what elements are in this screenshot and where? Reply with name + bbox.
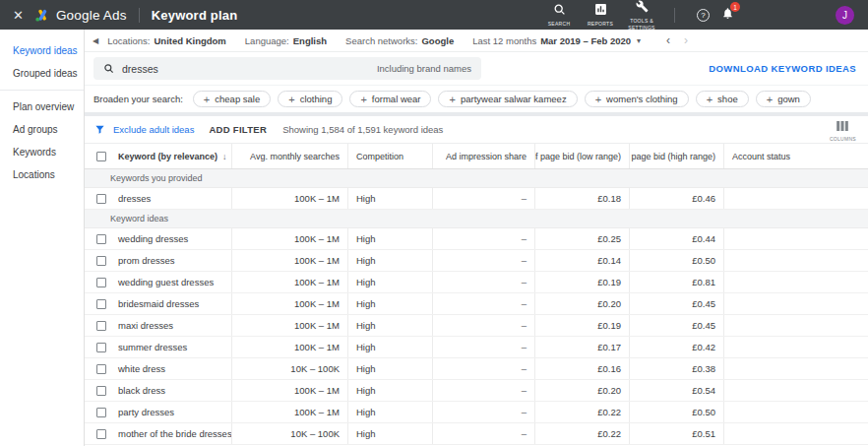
bid-low-cell: £0.19 [535, 272, 630, 292]
competition-cell: High [348, 272, 433, 292]
close-icon[interactable]: ✕ [13, 8, 24, 23]
bid-high-cell: £0.54 [630, 380, 724, 401]
bid-low-cell: £0.20 [535, 380, 630, 401]
row-checkbox[interactable] [96, 256, 106, 266]
broaden-chip-label: partywear salwar kameez [461, 94, 567, 104]
searches-cell: 100K – 1M [232, 272, 348, 292]
broaden-chip-label: cheap sale [215, 94, 260, 104]
columns-button[interactable]: COLUMNS [830, 117, 858, 142]
sidebar-item-keywords[interactable]: Keywords [0, 141, 84, 163]
broaden-chip[interactable]: +women's clothing [585, 91, 689, 107]
column-header-searches[interactable]: Avg. monthly searches [232, 144, 348, 168]
broaden-chip-label: formal wear [372, 94, 421, 104]
column-header-keyword[interactable]: Keyword (by relevance) ↓ [110, 144, 232, 168]
competition-cell: High [348, 337, 433, 357]
broaden-chip[interactable]: +cheap sale [193, 91, 271, 107]
topbar-divider [139, 8, 140, 23]
help-icon[interactable]: ? [697, 9, 710, 22]
search-networks-filter[interactable]: Search networks: Google [345, 35, 454, 46]
column-header-account-status[interactable]: Account status [724, 144, 868, 168]
bid-high-cell: £0.81 [630, 272, 724, 292]
locations-filter[interactable]: Locations: United Kingdom [107, 35, 226, 46]
search-icon [103, 60, 114, 78]
sidebar-item-plan-overview[interactable]: Plan overview [0, 96, 84, 118]
table-row: party dresses 100K – 1M High – £0.22 £0.… [85, 402, 868, 423]
ad-impression-share-cell: – [433, 315, 535, 336]
broaden-chip[interactable]: +shoe [696, 91, 749, 107]
table-row: wedding guest dresses 100K – 1M High – £… [85, 272, 868, 293]
reports-button[interactable]: REPORTS [580, 2, 621, 27]
searches-cell: 100K – 1M [232, 315, 348, 336]
broaden-chip[interactable]: +clothing [278, 91, 342, 107]
prev-period-icon[interactable]: ‹ [666, 33, 670, 47]
account-status-cell [724, 358, 868, 379]
keyword-search-box[interactable]: Including brand names [93, 57, 481, 80]
notifications-bell-icon[interactable]: 1 [721, 6, 734, 24]
sidebar-item-locations[interactable]: Locations [0, 163, 84, 186]
page-title: Keyword plan [152, 8, 238, 23]
ad-impression-share-cell: – [433, 423, 535, 444]
ad-impression-share-cell: – [433, 358, 535, 379]
keyword-cell: bridesmaid dresses [110, 293, 232, 314]
row-checkbox[interactable] [96, 299, 106, 309]
broaden-chip[interactable]: +formal wear [349, 91, 431, 107]
collapse-panel-icon[interactable]: ◀ [93, 36, 98, 45]
row-checkbox[interactable] [96, 364, 106, 374]
language-filter[interactable]: Language: English [245, 35, 327, 46]
competition-cell: High [348, 402, 433, 422]
table-row: white dress 10K – 100K High – £0.16 £0.3… [85, 358, 868, 380]
keyword-cell: prom dresses [110, 250, 232, 271]
keyword-cell: maxi dresses [110, 315, 232, 336]
column-header-bid-low[interactable]: Top of page bid (low range) [535, 144, 630, 168]
next-period-icon[interactable]: › [684, 33, 688, 47]
date-range-selector[interactable]: Last 12 months Mar 2019 – Feb 2020 ▾ [472, 35, 641, 46]
select-all-checkbox[interactable] [96, 152, 106, 161]
keyword-search-input[interactable] [122, 63, 377, 75]
keyword-cell: dresses [110, 188, 232, 209]
keyword-cell: mother of the bride dresses [110, 423, 232, 444]
bid-high-cell: £0.45 [630, 293, 724, 314]
row-checkbox[interactable] [96, 429, 106, 439]
search-button[interactable]: SEARCH [538, 2, 580, 27]
add-filter-button[interactable]: ADD FILTER [209, 124, 267, 135]
ad-impression-share-cell: – [433, 228, 535, 249]
broaden-chip[interactable]: +gown [756, 91, 811, 107]
broaden-chip-label: gown [777, 94, 800, 104]
avatar[interactable]: J [836, 6, 854, 25]
table-row: wedding dresses 100K – 1M High – £0.25 £… [85, 228, 868, 250]
sidebar-item-ad-groups[interactable]: Ad groups [0, 118, 84, 141]
account-status-cell [724, 293, 868, 314]
brand-name: Google Ads [56, 8, 127, 23]
competition-cell: High [348, 293, 433, 314]
column-header-ad-impression-share[interactable]: Ad impression share [433, 144, 535, 168]
plus-icon: + [595, 94, 601, 105]
column-header-bid-high[interactable]: Top of page bid (high range) [630, 144, 724, 168]
sidebar-item-keyword-ideas[interactable]: Keyword ideas [0, 39, 84, 62]
table-toolbar: Exclude adult ideas ADD FILTER Showing 1… [85, 116, 868, 144]
bid-low-cell: £0.18 [535, 188, 630, 209]
keyword-cell: wedding guest dresses [110, 272, 232, 292]
exclude-adult-ideas-filter[interactable]: Exclude adult ideas [113, 124, 194, 135]
row-checkbox[interactable] [96, 386, 106, 396]
sidebar-item-grouped-ideas[interactable]: Grouped ideas [0, 62, 84, 85]
broaden-chip[interactable]: +partywear salwar kameez [438, 91, 577, 107]
row-checkbox[interactable] [96, 408, 106, 417]
account-status-cell [724, 402, 868, 422]
tools-settings-button[interactable]: TOOLS & SETTINGS [621, 0, 662, 31]
row-checkbox[interactable] [96, 321, 106, 331]
topbar-divider [674, 8, 675, 23]
sidebar-divider [0, 90, 84, 91]
searches-cell: 100K – 1M [232, 380, 348, 401]
row-checkbox[interactable] [96, 234, 106, 244]
row-checkbox[interactable] [96, 278, 106, 287]
keyword-search-row: Including brand names DOWNLOAD KEYWORD I… [85, 52, 868, 86]
plus-icon: + [767, 94, 773, 105]
table-section-header: Keywords you provided [85, 169, 868, 188]
row-checkbox[interactable] [96, 194, 106, 204]
row-checkbox[interactable] [96, 343, 106, 352]
table-body: Keywords you provided dresses 100K – 1M … [85, 169, 868, 446]
column-header-competition[interactable]: Competition [348, 144, 433, 168]
download-keyword-ideas-button[interactable]: DOWNLOAD KEYWORD IDEAS [709, 63, 856, 74]
plan-settings-bar: ◀ Locations: United Kingdom Language: En… [85, 30, 868, 52]
broaden-chip-label: shoe [717, 94, 738, 104]
